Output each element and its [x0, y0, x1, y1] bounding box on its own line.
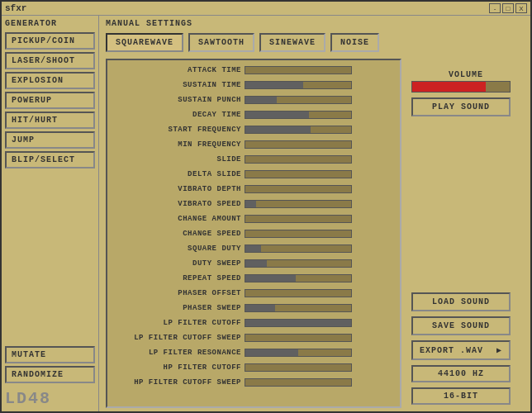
manual-settings-label: MANUAL SETTINGS	[106, 19, 524, 28]
lp-filter-cutoff-sweep-slider[interactable]	[245, 334, 352, 342]
laser-shoot-button[interactable]: LASER/SHOOT	[5, 52, 95, 69]
vibrato-depth-label: VIBRATO DEPTH	[112, 185, 245, 193]
param-repeat-speed: REPEAT SPEED	[112, 272, 395, 285]
hit-hurt-button[interactable]: HIT/HURT	[5, 112, 95, 129]
param-change-amount: CHANGE AMOUNT	[112, 212, 395, 225]
minimize-button[interactable]: -	[489, 3, 501, 13]
param-square-duty: SQUARE DUTY	[112, 242, 395, 255]
phaser-sweep-slider[interactable]	[245, 304, 352, 312]
hp-filter-cutoff-label: HP FILTER CUTOFF	[112, 363, 245, 372]
vibrato-depth-slider[interactable]	[245, 185, 352, 193]
params-section: ATTACK TIME SUSTAIN TIME SUSTAIN PUNCH D…	[106, 59, 524, 408]
phaser-sweep-label: PHASER SWEEP	[112, 304, 245, 312]
min-freq-slider[interactable]	[245, 140, 352, 149]
attack-time-slider[interactable]	[245, 66, 352, 74]
param-attack-time: ATTACK TIME	[112, 64, 395, 77]
squarewave-button[interactable]: SQUAREWAVE	[106, 33, 183, 52]
decay-time-label: DECAY TIME	[112, 111, 245, 119]
left-spacer	[5, 171, 95, 340]
vibrato-speed-label: VIBRATO SPEED	[112, 200, 245, 208]
attack-time-label: ATTACK TIME	[112, 66, 245, 74]
ld48-logo: LD48	[5, 389, 95, 408]
param-min-freq: MIN FREQUENCY	[112, 138, 395, 151]
param-vibrato-speed: VIBRATO SPEED	[112, 197, 395, 211]
duty-sweep-label: DUTY SWEEP	[112, 259, 245, 268]
sustain-punch-slider[interactable]	[245, 96, 352, 104]
sample-rate-button[interactable]: 44100 HZ	[411, 365, 511, 382]
load-sound-button[interactable]: LOAD SOUND	[411, 292, 511, 311]
maximize-button[interactable]: □	[502, 3, 514, 13]
right-spacer	[411, 121, 520, 287]
start-freq-slider[interactable]	[245, 126, 352, 134]
waveform-selector: SQUAREWAVE SAWTOOTH SINEWAVE NOISE	[106, 33, 524, 52]
lp-filter-resonance-slider[interactable]	[245, 349, 352, 357]
phaser-offset-label: PHASER OFFSET	[112, 289, 245, 297]
blip-select-button[interactable]: BLIP/SELECT	[5, 151, 95, 169]
param-lp-filter-cutoff: LP FILTER CUTOFF	[112, 316, 395, 330]
param-lp-filter-resonance: LP FILTER RESONANCE	[112, 346, 395, 359]
param-change-speed: CHANGE SPEED	[112, 227, 395, 240]
jump-button[interactable]: JUMP	[5, 131, 95, 149]
phaser-offset-slider[interactable]	[245, 289, 352, 297]
play-sound-button[interactable]: PLAY SOUND	[411, 97, 511, 116]
explosion-button[interactable]: EXPLOSION	[5, 72, 95, 89]
repeat-speed-slider[interactable]	[245, 274, 352, 282]
generator-label: GENERATOR	[5, 19, 95, 28]
param-phaser-sweep: PHASER SWEEP	[112, 301, 395, 315]
randomize-button[interactable]: RANDOMIZE	[5, 366, 95, 383]
param-start-freq: START FREQUENCY	[112, 123, 395, 136]
close-button[interactable]: X	[515, 3, 527, 13]
param-hp-filter-cutoff: HP FILTER CUTOFF	[112, 361, 395, 374]
hp-filter-cutoff-sweep-slider[interactable]	[245, 378, 352, 387]
export-wav-label: EXPORT .WAV	[420, 346, 483, 355]
param-decay-time: DECAY TIME	[112, 108, 395, 121]
sinewave-button[interactable]: SINEWAVE	[259, 33, 325, 52]
change-amount-slider[interactable]	[245, 215, 352, 223]
start-freq-label: START FREQUENCY	[112, 126, 245, 134]
powerup-button[interactable]: POWERUP	[5, 92, 95, 109]
slide-label: SLIDE	[112, 155, 245, 164]
pickup-coin-button[interactable]: PICKUP/COIN	[5, 32, 95, 50]
lp-filter-cutoff-slider[interactable]	[245, 319, 352, 327]
volume-slider[interactable]	[411, 81, 511, 93]
change-speed-label: CHANGE SPEED	[112, 230, 245, 238]
delta-slide-label: DELTA SLIDE	[112, 170, 245, 178]
right-panel: VOLUME PLAY SOUND LOAD SOUND SAVE SOUND …	[408, 59, 524, 408]
window-title: sfxr	[5, 3, 26, 13]
volume-section: VOLUME	[411, 70, 520, 93]
hp-filter-cutoff-sweep-label: HP FILTER CUTOFF SWEEP	[112, 378, 245, 387]
slide-slider[interactable]	[245, 155, 352, 164]
param-duty-sweep: DUTY SWEEP	[112, 257, 395, 270]
mutate-button[interactable]: MUTATE	[5, 346, 95, 363]
param-phaser-offset: PHASER OFFSET	[112, 287, 395, 300]
bottom-left-buttons: MUTATE RANDOMIZE	[5, 346, 95, 383]
delta-slide-slider[interactable]	[245, 170, 352, 178]
export-wav-button[interactable]: EXPORT .WAV ▶	[411, 340, 511, 360]
noise-button[interactable]: NOISE	[330, 33, 379, 52]
sustain-time-label: SUSTAIN TIME	[112, 81, 245, 89]
square-duty-slider[interactable]	[245, 244, 352, 253]
duty-sweep-slider[interactable]	[245, 259, 352, 268]
sustain-punch-label: SUSTAIN PUNCH	[112, 96, 245, 104]
square-duty-label: SQUARE DUTY	[112, 244, 245, 253]
title-bar: sfxr - □ X	[2, 2, 530, 16]
vibrato-speed-slider[interactable]	[245, 200, 352, 208]
param-hp-filter-cutoff-sweep: HP FILTER CUTOFF SWEEP	[112, 376, 395, 389]
sustain-time-slider[interactable]	[245, 81, 352, 89]
param-sustain-punch: SUSTAIN PUNCH	[112, 93, 395, 107]
bit-depth-button[interactable]: 16-BIT	[411, 387, 511, 405]
change-amount-label: CHANGE AMOUNT	[112, 215, 245, 223]
save-sound-button[interactable]: SAVE SOUND	[411, 316, 511, 335]
change-speed-slider[interactable]	[245, 230, 352, 238]
repeat-speed-label: REPEAT SPEED	[112, 274, 245, 282]
param-vibrato-depth: VIBRATO DEPTH	[112, 183, 395, 196]
min-freq-label: MIN FREQUENCY	[112, 140, 245, 149]
left-panel: GENERATOR PICKUP/COIN LASER/SHOOT EXPLOS…	[2, 16, 99, 411]
title-controls: - □ X	[489, 3, 527, 13]
param-sustain-time: SUSTAIN TIME	[112, 78, 395, 92]
lp-filter-cutoff-label: LP FILTER CUTOFF	[112, 319, 245, 327]
decay-time-slider[interactable]	[245, 111, 352, 119]
sawtooth-button[interactable]: SAWTOOTH	[188, 33, 254, 52]
hp-filter-cutoff-slider[interactable]	[245, 363, 352, 372]
param-delta-slide: DELTA SLIDE	[112, 168, 395, 181]
